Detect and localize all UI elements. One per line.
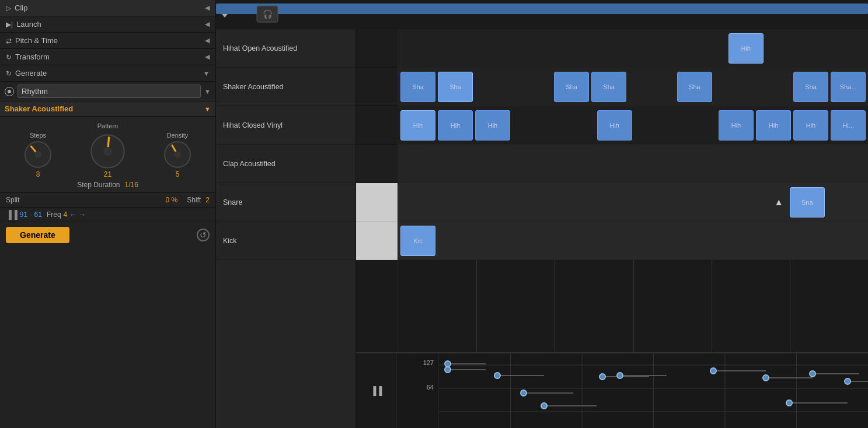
svg-point-3 [103, 147, 112, 156]
vel-bar-icon: ▐▐ [371, 386, 382, 395]
instrument-name: Shaker Acoustified [5, 104, 73, 113]
right-layout: 🎧 Hihat Open Acoustified Shaker Acoustif… [216, 0, 868, 428]
track-label-hihat-closed: Hihat Closed Vinyl [216, 106, 355, 145]
launch-section[interactable]: ▶| Launch ◀ [0, 16, 215, 33]
vel-labels-col: 127 64 [397, 353, 439, 428]
pattern-knob-container: 21 [89, 132, 127, 178]
step-duration-value: 1/16 [125, 181, 138, 189]
dark-cell-5-white [356, 183, 398, 222]
svg-point-23 [494, 373, 500, 378]
timeline-row: 🎧 [216, 0, 868, 29]
snare-chip-1[interactable]: Sna [790, 187, 825, 217]
shift-value: 2 [205, 196, 210, 204]
hihat-closed-chip-8[interactable]: Hi... [831, 110, 866, 141]
shaker-chip-1[interactable]: Sha [400, 72, 435, 102]
instrument-dropdown-arrow: ▼ [204, 106, 211, 113]
svg-text:🎧: 🎧 [263, 9, 273, 19]
svg-point-5 [174, 151, 181, 158]
pitch-time-arrow: ◀ [205, 37, 210, 44]
clip-section[interactable]: ▷ Clip ◀ [0, 0, 215, 16]
transform-section[interactable]: ↻ Transform ◀ [0, 49, 215, 65]
hihat-closed-chip-2[interactable]: Hih [438, 110, 473, 141]
generate-section-label: Generate [15, 69, 47, 78]
svg-point-31 [710, 368, 716, 374]
grid-row-kick: Kic [398, 222, 868, 260]
density-value: 5 [176, 170, 180, 178]
midi-svg [439, 353, 868, 428]
grid-row-hihat-open: Hih [398, 29, 868, 68]
tracks-and-grid: Hihat Open Acoustified Shaker Acoustifie… [216, 29, 868, 428]
dark-cell-6-white [356, 222, 398, 260]
hihat-closed-chip-7[interactable]: Hih [793, 110, 828, 141]
stats-bar-icon: ▐▐ [6, 210, 18, 219]
clip-arrow: ◀ [205, 4, 210, 12]
hihat-closed-chip-5[interactable]: Hih [719, 110, 754, 141]
grid-body: Hih Sha Sha Sha Sha Sha Sha Sh [356, 29, 868, 352]
grid-section: Hih Sha Sha Sha Sha Sha Sha Sh [356, 29, 868, 428]
freq-right-arrow[interactable]: → [79, 211, 86, 219]
dark-cell-2 [356, 68, 398, 106]
svg-point-37 [845, 378, 850, 384]
shaker-chip-4[interactable]: Sha [591, 72, 626, 102]
density-knob[interactable] [162, 139, 193, 170]
hihat-open-chip-1[interactable]: Hih [728, 33, 764, 64]
hihat-closed-chip-6[interactable]: Hih [756, 110, 791, 141]
pitch-time-label: Pitch & Time [15, 36, 58, 45]
hihat-closed-chip-1[interactable]: Hih [400, 110, 435, 141]
svg-marker-7 [222, 14, 228, 17]
grid-row-hihat-closed: Hih Hih Hih Hih Hih Hih Hih Hi... [398, 106, 868, 145]
pitch-time-section[interactable]: ⇄ Pitch & Time ◀ [0, 33, 215, 49]
svg-point-19 [445, 361, 451, 367]
freq-value: 4 [64, 211, 68, 219]
hihat-closed-chip-4[interactable]: Hih [597, 110, 632, 141]
split-shift-row: Split 0 % Shift 2 [0, 193, 215, 208]
knobs-area: Pattern Steps 8 21 [0, 117, 215, 193]
track-label-shaker: Shaker Acoustified [216, 68, 355, 106]
instrument-bar[interactable]: Shaker Acoustified ▼ [0, 101, 215, 117]
svg-point-25 [521, 390, 527, 396]
generate-button-row: Generate ↺ [0, 222, 215, 248]
generate-section[interactable]: ↻ Generate ▼ [0, 65, 215, 82]
grid-row-clap [398, 145, 868, 183]
timeline-svg: 🎧 [216, 0, 868, 29]
launch-label: Launch [16, 20, 41, 29]
svg-point-45 [786, 400, 792, 406]
shift-label: Shift [187, 196, 201, 204]
steps-label: Steps [30, 132, 46, 139]
transform-label: Transform [15, 52, 50, 61]
refresh-button[interactable]: ↺ [197, 229, 210, 241]
rhythm-select[interactable]: Rhythm Melody Bass [18, 85, 201, 98]
svg-point-1 [34, 151, 41, 158]
velocity-lane: ▐▐ 127 64 [356, 352, 868, 428]
step-duration-label: Step Duration [77, 181, 120, 189]
dark-cell-4 [356, 145, 398, 183]
svg-point-43 [541, 403, 547, 409]
stats-val2: 61 [34, 211, 42, 219]
svg-point-35 [810, 371, 815, 377]
shaker-chip-2[interactable]: Sha [438, 72, 473, 102]
shaker-chip-5[interactable]: Sha [677, 72, 712, 102]
shaker-chip-7[interactable]: Sha... [831, 72, 866, 102]
shaker-chip-3[interactable]: Sha [554, 72, 589, 102]
steps-knob-container: Steps 8 [22, 132, 54, 178]
shaker-chip-6[interactable]: Sha [793, 72, 828, 102]
density-label: Density [167, 132, 189, 139]
generate-button[interactable]: Generate [6, 227, 69, 243]
steps-knob[interactable] [22, 139, 54, 170]
rhythm-row: Rhythm Melody Bass ▼ [0, 82, 215, 101]
vel-label-64: 64 [427, 384, 434, 391]
transform-icon: ↻ [6, 53, 12, 61]
pattern-value: 21 [104, 170, 111, 178]
freq-left-arrow[interactable]: ← [69, 211, 76, 219]
svg-point-33 [763, 375, 769, 381]
rhythm-mode-icon [5, 87, 14, 96]
generate-icon: ↻ [6, 69, 12, 78]
svg-point-21 [445, 367, 451, 373]
kick-chip-1[interactable]: Kic [400, 226, 435, 256]
dot-separator: · [30, 211, 32, 219]
grid-row-snare: Sna [398, 183, 868, 222]
hihat-closed-chip-3[interactable]: Hih [475, 110, 510, 141]
rhythm-arrow: ▼ [204, 88, 211, 95]
pattern-knob[interactable] [89, 132, 127, 170]
track-label-snare: Snare [216, 183, 355, 222]
